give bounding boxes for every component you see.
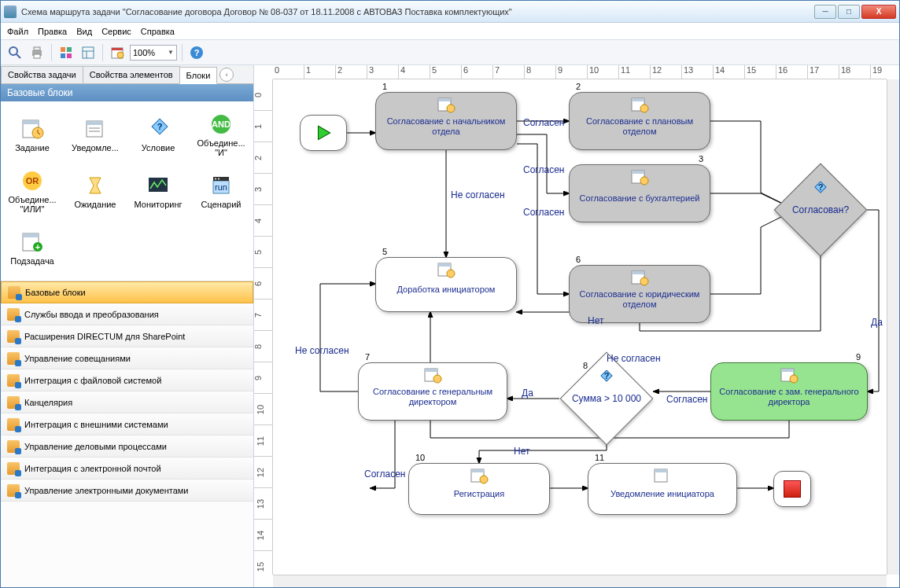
palette-task[interactable]: Задание xyxy=(1,106,64,163)
menu-help[interactable]: Справка xyxy=(141,27,175,36)
svg-text:?: ? xyxy=(157,122,163,131)
tab-collapse-button[interactable]: ‹ xyxy=(219,68,234,82)
svg-rect-71 xyxy=(655,469,667,472)
acc-chancellery[interactable]: Канцелярия xyxy=(1,391,253,413)
left-pane: Свойства задачи Свойства элементов Блоки… xyxy=(1,65,254,587)
label-e8: Да xyxy=(522,388,533,399)
tool-layout-icon[interactable] xyxy=(79,43,98,62)
svg-rect-39 xyxy=(23,233,39,237)
node-10[interactable]: 10 Регистрация xyxy=(408,463,550,515)
palette-script[interactable]: runСценарий xyxy=(190,163,253,219)
label-e4: Согласен xyxy=(523,207,564,218)
maximize-button[interactable]: □ xyxy=(838,5,860,19)
label-e1: Согласен xyxy=(523,117,564,128)
acc-basic-blocks[interactable]: Базовые блоки xyxy=(1,281,253,303)
acc-email[interactable]: Интеграция с электронной почтой xyxy=(1,458,253,480)
end-node[interactable] xyxy=(773,471,811,507)
svg-text:?: ? xyxy=(818,182,824,192)
node-9[interactable]: 9 Согласование с зам. генерального дирек… xyxy=(710,362,868,421)
acc-external[interactable]: Интеграция с внешними системами xyxy=(1,413,253,435)
tool-calendar-icon[interactable] xyxy=(108,43,127,62)
palette-grid: Задание Уведомле... ?Условие ANDОбъедине… xyxy=(1,101,253,281)
svg-rect-23 xyxy=(87,121,102,125)
node-1[interactable]: 1 Согласование с начальником отдела xyxy=(375,92,517,150)
tab-element-props[interactable]: Свойства элементов xyxy=(83,66,180,83)
svg-rect-43 xyxy=(438,98,451,101)
acc-filesystem[interactable]: Интеграция с файловой системой xyxy=(1,369,253,391)
label-e10: Нет xyxy=(514,446,529,457)
palette-header: Базовые блоки xyxy=(1,84,253,101)
start-node[interactable] xyxy=(300,115,347,151)
node-2[interactable]: 2 Согласование с плановым отделом xyxy=(569,92,710,150)
ruler-horizontal: 012345678910111213141516171819 xyxy=(273,65,887,79)
tool-blocks-icon[interactable] xyxy=(57,43,76,62)
tab-blocks[interactable]: Блоки xyxy=(179,67,218,84)
node-11[interactable]: 11 Уведомление инициатора xyxy=(588,463,737,515)
acc-input-services[interactable]: Службы ввода и преобразования xyxy=(1,303,253,325)
svg-text:?: ? xyxy=(604,371,610,380)
label-e7: Да xyxy=(871,317,883,328)
acc-meetings[interactable]: Управление совещаниями xyxy=(1,347,253,369)
node-8[interactable]: 8 ? Сумма > 10 000 xyxy=(559,367,654,430)
minimize-button[interactable]: ─ xyxy=(814,5,836,19)
svg-point-14 xyxy=(117,52,124,58)
label-e12: Не согласен xyxy=(295,345,349,356)
svg-rect-18 xyxy=(23,120,39,124)
palette-or[interactable]: ORОбъедине... "ИЛИ" xyxy=(1,163,64,219)
svg-text:run: run xyxy=(215,182,227,192)
svg-text:+: + xyxy=(35,242,40,252)
palette-condition[interactable]: ?Условие xyxy=(127,106,190,163)
close-button[interactable]: X xyxy=(861,5,896,19)
node-4[interactable]: 4 ? Согласован? xyxy=(773,178,868,241)
tool-print-icon[interactable] xyxy=(28,43,46,62)
palette-notify[interactable]: Уведомле... xyxy=(64,106,127,163)
acc-bpm[interactable]: Управление деловыми процессами xyxy=(1,435,253,458)
menubar: Файл Правка Вид Сервис Справка xyxy=(1,23,899,40)
label-e2: Согласен xyxy=(523,164,564,175)
svg-rect-65 xyxy=(781,369,794,372)
scrollbar-vertical[interactable] xyxy=(887,79,899,575)
label-e9: Согласен xyxy=(666,394,707,405)
menu-view[interactable]: Вид xyxy=(76,27,92,36)
scrollbar-horizontal[interactable] xyxy=(273,575,887,587)
svg-rect-9 xyxy=(83,47,94,58)
palette-wait[interactable]: Ожидание xyxy=(64,163,127,219)
svg-rect-3 xyxy=(34,47,40,50)
svg-point-50 xyxy=(640,177,648,185)
svg-rect-8 xyxy=(67,53,72,58)
palette-subtask[interactable]: +Подзадача xyxy=(1,219,64,276)
svg-point-44 xyxy=(447,105,455,112)
tool-help-icon[interactable]: ? xyxy=(187,43,206,62)
tool-search-icon[interactable] xyxy=(6,43,24,62)
svg-text:OR: OR xyxy=(26,176,39,186)
menu-edit[interactable]: Правка xyxy=(38,27,67,36)
svg-point-58 xyxy=(640,277,648,285)
svg-rect-46 xyxy=(632,98,644,101)
svg-rect-54 xyxy=(438,263,451,266)
svg-point-0 xyxy=(9,47,17,55)
toolbar: 100%▼ ? xyxy=(1,40,899,65)
menu-file[interactable]: Файл xyxy=(7,27,28,36)
svg-rect-60 xyxy=(425,369,437,372)
node-7[interactable]: 7 Согласование с генеральным директором xyxy=(358,362,507,421)
node-3[interactable]: 3 Согласование с бухгалтерией xyxy=(569,164,710,222)
svg-rect-4 xyxy=(34,54,40,58)
svg-text:?: ? xyxy=(194,48,200,57)
menu-service[interactable]: Сервис xyxy=(101,27,131,36)
tab-task-props[interactable]: Свойства задачи xyxy=(1,66,83,83)
window-title: Схема маршрута задачи "Согласование дого… xyxy=(21,7,814,17)
palette-monitor[interactable]: Мониторинг xyxy=(127,163,190,219)
svg-line-1 xyxy=(17,54,20,58)
svg-rect-5 xyxy=(61,47,65,52)
svg-point-66 xyxy=(790,375,798,383)
canvas-wrap: 012345678910111213141516171819 012345678… xyxy=(254,65,899,587)
svg-point-35 xyxy=(215,178,216,180)
zoom-combo[interactable]: 100%▼ xyxy=(130,45,177,61)
acc-edocs[interactable]: Управление электронными документами xyxy=(1,480,253,502)
accordion: Базовые блоки Службы ввода и преобразова… xyxy=(1,281,253,502)
node-5[interactable]: 5 Доработка инициатором xyxy=(375,257,517,312)
acc-sharepoint[interactable]: Расширения DIRECTUM для SharePoint xyxy=(1,325,253,347)
canvas[interactable]: 1 Согласование с начальником отдела 2 Со… xyxy=(273,79,887,575)
node-6[interactable]: 6 Согласование с юридическим отделом xyxy=(569,265,710,323)
palette-and[interactable]: ANDОбъедине... "И" xyxy=(190,106,253,163)
